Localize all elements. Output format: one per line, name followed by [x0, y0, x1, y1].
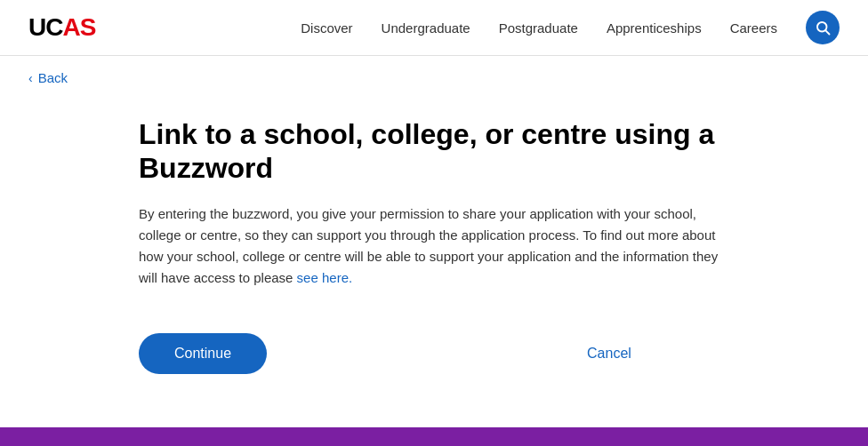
- search-icon: [815, 20, 831, 36]
- header: UCAS Discover Undergraduate Postgraduate…: [0, 0, 868, 56]
- back-label: Back: [38, 70, 68, 85]
- nav-postgraduate[interactable]: Postgraduate: [499, 20, 578, 36]
- cancel-link[interactable]: Cancel: [587, 346, 631, 362]
- actions: Continue Cancel: [139, 333, 729, 374]
- back-arrow-icon: ‹: [28, 71, 33, 85]
- search-button[interactable]: [806, 11, 840, 44]
- nav-discover[interactable]: Discover: [301, 20, 352, 36]
- main-nav: Discover Undergraduate Postgraduate Appr…: [301, 11, 840, 44]
- svg-line-1: [825, 30, 829, 34]
- logo-uc: UC: [28, 13, 62, 41]
- description-text: By entering the buzzword, you give your …: [139, 206, 718, 285]
- footer: Contact us FAQs Advisers Providers Busin…: [0, 427, 868, 446]
- logo-as: AS: [62, 13, 95, 41]
- continue-button[interactable]: Continue: [139, 333, 267, 374]
- see-here-link[interactable]: see here.: [297, 270, 353, 285]
- nav-undergraduate[interactable]: Undergraduate: [382, 20, 470, 36]
- page-title: Link to a school, college, or centre usi…: [139, 117, 729, 186]
- nav-apprenticeships[interactable]: Apprenticeships: [607, 20, 702, 36]
- logo[interactable]: UCAS: [28, 13, 95, 42]
- page-description: By entering the buzzword, you give your …: [139, 203, 729, 289]
- nav-careers[interactable]: Careers: [730, 20, 777, 36]
- main-content: Link to a school, college, or centre usi…: [0, 100, 868, 427]
- breadcrumb[interactable]: ‹ Back: [0, 56, 868, 100]
